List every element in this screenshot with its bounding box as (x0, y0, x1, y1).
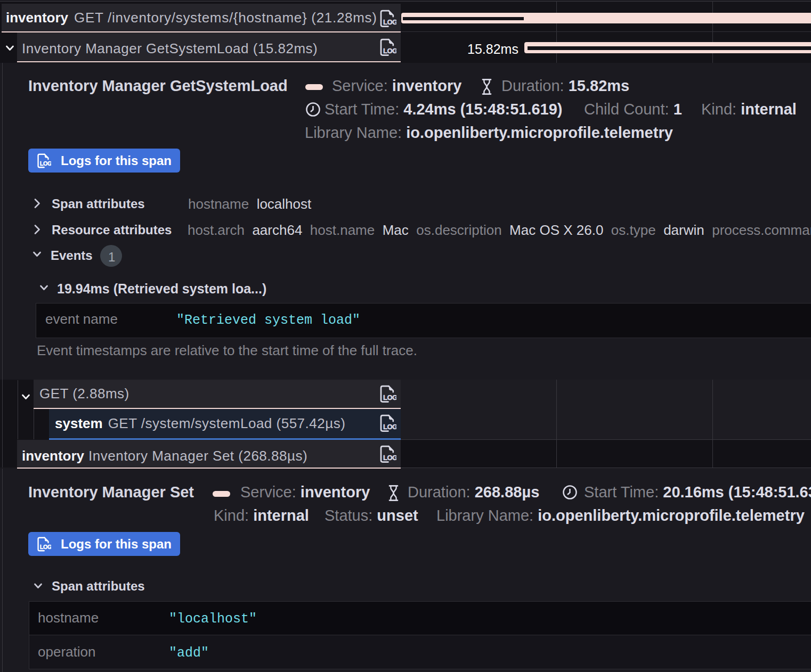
svg-text:LOG: LOG (383, 394, 396, 401)
svg-text:LOG: LOG (40, 160, 51, 167)
svg-text:LOG: LOG (40, 544, 51, 550)
svg-text:LOG: LOG (383, 423, 396, 431)
svg-text:LOG: LOG (383, 18, 396, 26)
svg-text:LOG: LOG (383, 454, 396, 462)
svg-text:LOG: LOG (383, 47, 396, 55)
